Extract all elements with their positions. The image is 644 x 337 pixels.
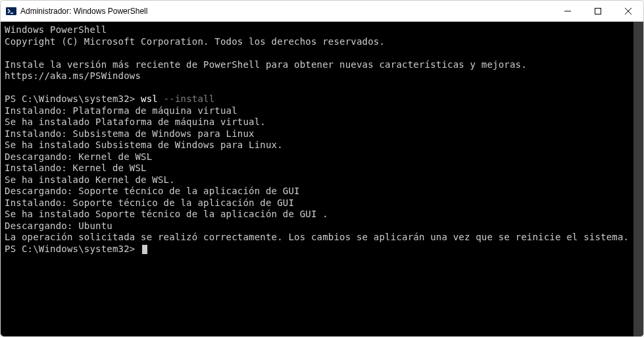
scrollbar[interactable] <box>633 22 643 336</box>
output-line: Se ha instalado Soporte técnico de la ap… <box>5 209 639 220</box>
terminal-area[interactable]: Windows PowerShell Copyright (C) Microso… <box>1 22 643 336</box>
close-button[interactable] <box>613 1 643 21</box>
output-line: Instalando: Kernel de WSL <box>5 163 639 174</box>
command-arg: --install <box>164 93 215 104</box>
svg-rect-3 <box>595 8 601 14</box>
window-title: Administrador: Windows PowerShell <box>20 7 553 16</box>
prompt-line: PS C:\Windows\system32> <box>5 244 639 255</box>
output-line: Instalando: Plataforma de máquina virtua… <box>5 105 639 117</box>
output-line: Descargando: Soporte técnico de la aplic… <box>5 186 639 197</box>
output-line: Instalando: Subsistema de Windows para L… <box>5 128 639 140</box>
powershell-window: Administrador: Windows PowerShell Window… <box>0 0 644 337</box>
banner-line: Windows PowerShell <box>5 24 639 36</box>
window-controls <box>553 1 643 21</box>
output-line: Descargando: Kernel de WSL <box>5 151 639 163</box>
banner-line: Copyright (C) Microsoft Corporation. Tod… <box>5 36 639 48</box>
command-exe: wsl <box>141 93 158 104</box>
prompt-line: PS C:\Windows\system32> wsl --install <box>5 93 639 105</box>
powershell-icon <box>6 6 16 16</box>
blank-line <box>5 82 639 94</box>
svg-rect-0 <box>6 7 16 15</box>
blank-line <box>5 47 639 59</box>
output-line: Se ha instalado Plataforma de máquina vi… <box>5 117 639 128</box>
titlebar[interactable]: Administrador: Windows PowerShell <box>1 1 643 22</box>
output-line: Se ha instalado Subsistema de Windows pa… <box>5 140 639 151</box>
output-line: Instalando: Soporte técnico de la aplica… <box>5 197 639 209</box>
output-line: La operación solicitada se realizó corre… <box>5 232 639 244</box>
prompt-path: PS C:\Windows\system32> <box>5 244 135 254</box>
cursor <box>142 245 147 254</box>
minimize-button[interactable] <box>553 1 583 21</box>
scrollbar-thumb[interactable] <box>633 22 643 336</box>
maximize-button[interactable] <box>583 1 613 21</box>
banner-line: Instale la versión más reciente de Power… <box>5 59 639 82</box>
output-line: Se ha instalado Kernel de WSL. <box>5 174 639 186</box>
prompt-path: PS C:\Windows\system32> <box>5 93 135 104</box>
output-line: Descargando: Ubuntu <box>5 220 639 232</box>
